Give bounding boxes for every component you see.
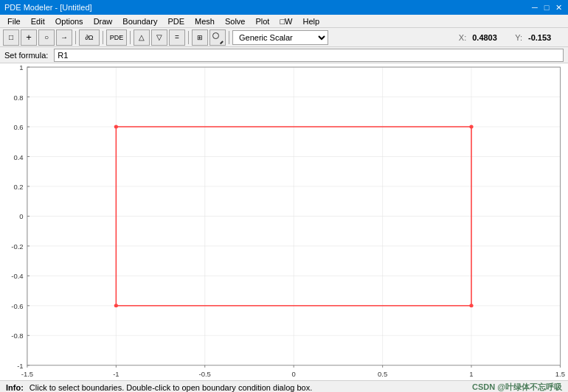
triangle1-tool[interactable]: △ — [134, 29, 150, 46]
zoom-circle — [212, 32, 219, 39]
y-tick-label: -0.8 — [11, 333, 23, 340]
triangle2-tool[interactable]: ▽ — [151, 29, 167, 46]
watermark: CSDN @叶绿体不忘呼吸 — [472, 382, 562, 392]
y-tick-label: 0.8 — [13, 94, 23, 102]
pde-tool[interactable]: PDE — [106, 29, 127, 46]
menu-item-options[interactable]: Options — [51, 16, 88, 27]
status-info-label: Info: — [6, 383, 24, 392]
y-tick-label: 0.6 — [13, 124, 23, 131]
zoom-tool[interactable] — [209, 29, 226, 46]
corner-dot — [114, 125, 118, 128]
title-controls: ─ □ ✕ — [530, 2, 564, 13]
formula-label: Set formula: — [4, 51, 48, 60]
menu-item-boundary[interactable]: Boundary — [118, 16, 162, 27]
x-tick-label: 1 — [469, 371, 473, 378]
toolbar-separator-2 — [103, 31, 103, 44]
menu-item-pde[interactable]: PDE — [163, 16, 189, 27]
minimize-button[interactable]: ─ — [530, 2, 540, 13]
menu-item-w[interactable]: □W — [275, 16, 297, 27]
rectangle-tool[interactable]: □ — [3, 29, 19, 46]
equals-tool[interactable]: = — [169, 29, 185, 46]
menu-bar: FileEditOptionsDrawBoundaryPDEMeshSolveP… — [0, 15, 568, 28]
toolbar-separator-1 — [75, 31, 76, 44]
toolbar-separator-3 — [130, 31, 131, 44]
x-tick-label: 0.5 — [378, 371, 387, 378]
corner-dot — [469, 304, 473, 307]
main-area: 1 0.8 0.6 0.4 0.2 0 -0.2 -0.4 -0.6 -0.8 … — [0, 63, 568, 380]
x-tick-label: 1.5 — [555, 371, 565, 378]
corner-dot — [114, 304, 118, 307]
y-tick-label: 0.4 — [13, 154, 23, 161]
zoom-icon — [212, 32, 223, 43]
window-title: PDE Modeler - [Untitled] — [4, 3, 92, 12]
menu-item-solve[interactable]: Solve — [221, 16, 250, 27]
y-tick-label: 0.2 — [13, 183, 23, 191]
x-coord-value: 0.4803 — [472, 33, 509, 42]
toolbar-separator-5 — [229, 31, 229, 44]
x-tick-label: 0 — [292, 371, 296, 378]
x-tick-label: -0.5 — [199, 371, 211, 378]
status-bar: Info: Click to select boundaries. Double… — [0, 380, 568, 392]
menu-item-edit[interactable]: Edit — [27, 16, 49, 27]
menu-item-help[interactable]: Help — [298, 16, 324, 27]
partial-tool[interactable]: ∂Ω — [79, 29, 100, 46]
formula-input[interactable] — [54, 49, 564, 62]
arrow-tool[interactable]: → — [56, 29, 72, 46]
y-coord-value: -0.153 — [528, 33, 565, 42]
maximize-button[interactable]: □ — [541, 2, 552, 13]
y-tick-label: -0.2 — [11, 243, 23, 251]
y-tick-label: 1 — [19, 64, 23, 71]
scalar-dropdown[interactable]: Generic Scalar Generic System Structural… — [232, 30, 328, 45]
corner-dot — [469, 125, 473, 128]
mesh-tool[interactable]: ⊞ — [192, 29, 208, 46]
formula-bar: Set formula: — [0, 47, 568, 63]
x-coord-label: X: — [459, 33, 466, 42]
y-tick-label: -0.6 — [11, 303, 23, 310]
y-tick-label: 0 — [19, 214, 23, 221]
plot-canvas[interactable]: 1 0.8 0.6 0.4 0.2 0 -0.2 -0.4 -0.6 -0.8 … — [0, 63, 568, 380]
y-tick-label: -0.4 — [11, 273, 23, 281]
close-button[interactable]: ✕ — [553, 2, 564, 13]
menu-item-draw[interactable]: Draw — [89, 16, 117, 27]
coord-display: X: 0.4803 Y: -0.153 — [459, 33, 565, 42]
add-tool[interactable]: + — [21, 29, 37, 46]
toolbar: □ + ○ → ∂Ω PDE △ ▽ = ⊞ Generic Scalar Ge… — [0, 28, 568, 47]
x-tick-label: -1.5 — [21, 371, 33, 378]
y-coord-label: Y: — [515, 33, 522, 42]
menu-item-file[interactable]: File — [3, 16, 25, 27]
title-bar: PDE Modeler - [Untitled] ─ □ ✕ — [0, 0, 568, 15]
menu-item-mesh[interactable]: Mesh — [190, 16, 219, 27]
zoom-handle — [220, 41, 224, 44]
status-info-text: Click to select boundaries. Double-click… — [30, 383, 312, 392]
y-tick-label: -1 — [17, 363, 23, 370]
x-tick-label: -1 — [113, 371, 119, 378]
toolbar-separator-4 — [188, 31, 189, 44]
menu-item-plot[interactable]: Plot — [251, 16, 274, 27]
ellipse-tool[interactable]: ○ — [38, 29, 55, 46]
